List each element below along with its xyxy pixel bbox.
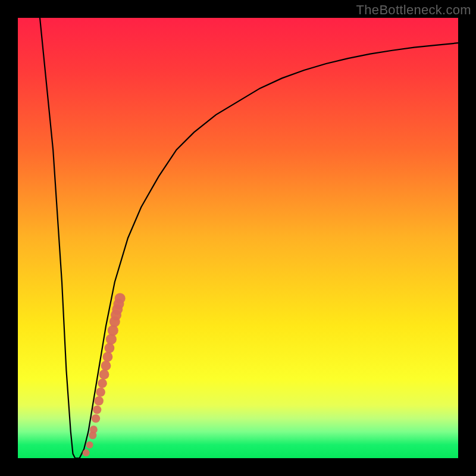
plot-area [18, 18, 458, 458]
chart-frame: TheBottleneck.com [0, 0, 476, 476]
watermark-text: TheBottleneck.com [356, 2, 471, 18]
gradient-background [18, 18, 458, 458]
